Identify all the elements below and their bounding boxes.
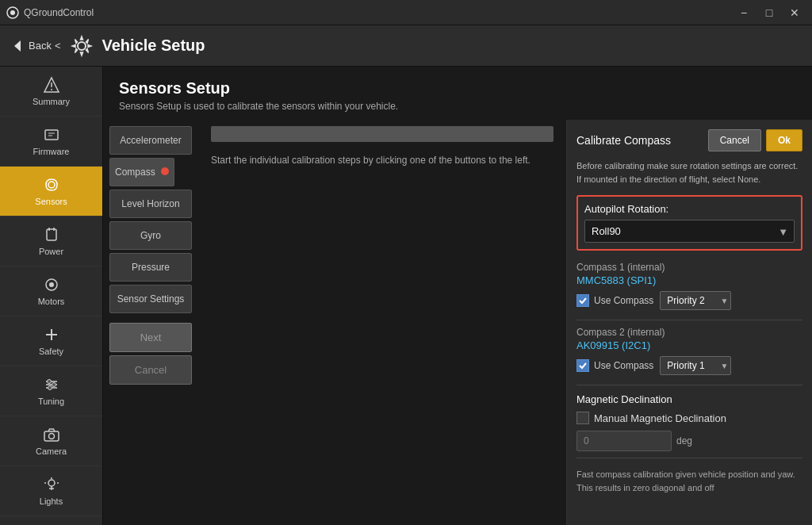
mag-checkbox[interactable] xyxy=(576,412,589,424)
main-layout: Summary Firmware Sensors xyxy=(0,67,812,525)
compass1-use-label: Use Compass xyxy=(594,295,653,306)
fast-compass-text: Fast compass calibration given vehicle p… xyxy=(576,468,802,494)
sidebar-item-camera-label: Camera xyxy=(36,446,67,456)
mag-manual-label: Manual Magnetic Declination xyxy=(594,412,726,424)
compass1-priority-wrapper: Disabled Priority 1 Priority 2 Priority … xyxy=(660,291,731,310)
sidebar-item-camera[interactable]: Camera xyxy=(0,416,102,466)
compass2-use-label: Use Compass xyxy=(594,360,653,371)
compass-label: Compass xyxy=(115,167,155,178)
sensors-icon xyxy=(43,176,60,194)
divider3 xyxy=(576,458,802,458)
pressure-label: Pressure xyxy=(132,262,170,273)
rotation-select[interactable]: None Roll90 Roll180 Roll270 Pitch90 Pitc… xyxy=(584,220,795,243)
camera-icon xyxy=(43,426,60,443)
deg-unit: deg xyxy=(676,435,692,446)
maximize-button[interactable]: □ xyxy=(758,2,780,24)
power-icon xyxy=(43,226,60,243)
autopilot-rotation-box: Autopilot Rotation: None Roll90 Roll180 … xyxy=(576,195,802,251)
svg-point-22 xyxy=(52,383,56,387)
svg-point-21 xyxy=(47,380,51,384)
sidebar-item-lights-label: Lights xyxy=(40,496,63,506)
level-horizon-label: Level Horizon xyxy=(121,198,179,209)
svg-point-1 xyxy=(10,10,15,15)
divider1 xyxy=(576,320,802,320)
svg-point-25 xyxy=(48,434,54,439)
compass2-section: Compass 2 (internal) AK09915 (I2C1) Use … xyxy=(576,327,802,375)
autopilot-rotation-label: Autopilot Rotation: xyxy=(584,203,795,215)
pressure-button[interactable]: Pressure xyxy=(109,253,192,282)
calibrate-cancel-button[interactable]: Cancel xyxy=(708,129,761,151)
mag-checkbox-row: Manual Magnetic Declination xyxy=(576,412,802,424)
content-area: Sensors Setup Sensors Setup is used to c… xyxy=(103,67,812,525)
compass2-priority-select[interactable]: Disabled Priority 1 Priority 2 Priority … xyxy=(660,356,731,375)
compass1-priority-select[interactable]: Disabled Priority 1 Priority 2 Priority … xyxy=(660,291,731,310)
cancel-button[interactable]: Cancel xyxy=(109,355,192,385)
summary-icon xyxy=(43,76,60,94)
lights-icon xyxy=(43,476,60,493)
back-chevron: < xyxy=(55,40,61,52)
sidebar-item-sensors[interactable]: Sensors xyxy=(0,167,102,217)
compass2-model: AK09915 (I2C1) xyxy=(576,339,802,351)
svg-point-3 xyxy=(78,42,86,50)
level-horizon-button[interactable]: Level Horizon xyxy=(109,190,192,218)
calibrate-compass-row: Calibrate Compass Cancel Ok xyxy=(576,129,802,151)
gyro-button[interactable]: Gyro xyxy=(109,221,192,250)
compass-button[interactable]: Compass xyxy=(109,158,174,186)
sidebar-item-safety[interactable]: Safety xyxy=(0,316,102,366)
compass-dot xyxy=(161,167,169,175)
sidebar-item-motors[interactable]: Motors xyxy=(0,266,102,316)
sidebar-item-safety-label: Safety xyxy=(39,347,63,356)
action-buttons: Next Cancel xyxy=(109,323,192,385)
mag-title: Magnetic Declination xyxy=(576,393,802,405)
compass2-name: Compass 2 (internal) xyxy=(576,327,802,338)
sidebar: Summary Firmware Sensors xyxy=(0,67,103,525)
sensor-settings-button[interactable]: Sensor Settings xyxy=(109,285,192,313)
accelerometer-button[interactable]: Accelerometer xyxy=(109,126,192,155)
svg-marker-2 xyxy=(14,40,21,52)
titlebar-controls: − □ ✕ xyxy=(733,2,806,24)
sidebar-item-tuning-label: Tuning xyxy=(38,397,64,406)
firmware-icon xyxy=(43,126,60,144)
compass1-section: Compass 1 (internal) MMC5883 (SPI1) Use … xyxy=(576,262,802,310)
calibration-hint: Start the individual calibration steps b… xyxy=(211,155,553,166)
divider2 xyxy=(576,385,802,385)
compass1-model: MMC5883 (SPI1) xyxy=(576,274,802,286)
calibrate-compass-label: Calibrate Compass xyxy=(576,134,671,147)
calibrate-info-text: Before calibrating make sure rotation se… xyxy=(576,159,802,186)
sidebar-item-tuning[interactable]: Tuning xyxy=(0,366,102,416)
sensor-buttons-panel: Accelerometer Compass ↗ Level Horizon Gy… xyxy=(103,120,198,525)
sidebar-item-frame[interactable]: Frame xyxy=(0,516,102,525)
safety-icon xyxy=(43,326,60,343)
calibrate-ok-button[interactable]: Ok xyxy=(766,129,802,151)
compass1-name: Compass 1 (internal) xyxy=(576,262,802,273)
sidebar-item-lights[interactable]: Lights xyxy=(0,466,102,516)
svg-point-10 xyxy=(48,182,55,188)
svg-point-26 xyxy=(48,480,55,486)
gyro-label: Gyro xyxy=(140,230,161,241)
sidebar-item-firmware-label: Firmware xyxy=(33,147,70,156)
app-icon xyxy=(6,6,19,19)
sidebar-item-summary[interactable]: Summary xyxy=(0,67,102,117)
compass2-row: Use Compass Disabled Priority 1 Priority… xyxy=(576,356,802,375)
titlebar-left: QGroundControl xyxy=(6,6,94,19)
deg-input[interactable] xyxy=(576,431,672,451)
compass1-checkbox[interactable] xyxy=(576,294,589,307)
svg-rect-11 xyxy=(47,229,56,240)
compass2-use-compass-label[interactable]: Use Compass xyxy=(576,359,653,372)
vehicle-setup-gear-icon xyxy=(69,33,94,59)
rotation-select-wrapper: None Roll90 Roll180 Roll270 Pitch90 Pitc… xyxy=(584,220,795,243)
sidebar-item-sensors-label: Sensors xyxy=(35,197,67,206)
compass2-checkbox[interactable] xyxy=(576,359,589,372)
page-title: Vehicle Setup xyxy=(102,36,205,55)
minimize-button[interactable]: − xyxy=(733,2,755,24)
back-arrow-icon xyxy=(10,38,25,54)
sidebar-item-power[interactable]: Power xyxy=(0,217,102,266)
sidebar-item-firmware[interactable]: Firmware xyxy=(0,117,102,167)
close-button[interactable]: ✕ xyxy=(783,2,806,24)
next-button[interactable]: Next xyxy=(109,323,192,352)
app-name: QGroundControl xyxy=(24,7,94,18)
back-button[interactable]: Back < xyxy=(10,38,61,54)
sensors-body: Accelerometer Compass ↗ Level Horizon Gy… xyxy=(103,120,812,525)
compass2-priority-wrapper: Disabled Priority 1 Priority 2 Priority … xyxy=(660,356,731,375)
compass1-use-compass-label[interactable]: Use Compass xyxy=(576,294,653,307)
